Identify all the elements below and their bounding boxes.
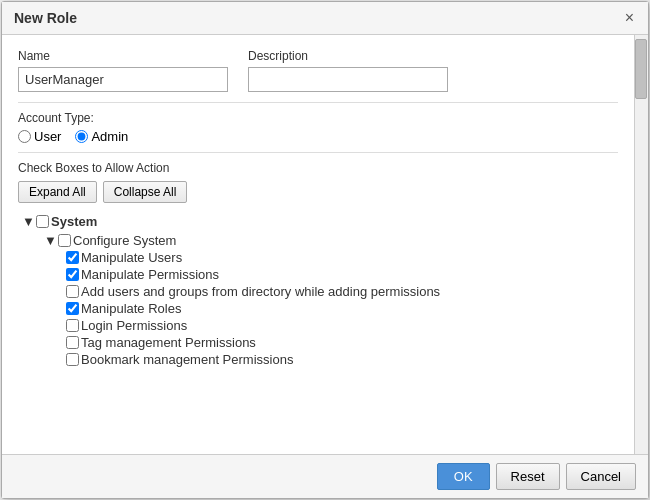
radio-admin-label[interactable]: Admin [75, 129, 128, 144]
checkbox-bookmark-management[interactable] [66, 353, 79, 366]
tree-row-bookmark-management: Bookmark management Permissions [66, 351, 618, 368]
toggle-configure-system[interactable]: ▼ [44, 233, 56, 248]
radio-user-label[interactable]: User [18, 129, 61, 144]
tree-label-login-permissions: Login Permissions [81, 318, 187, 333]
checkbox-configure-system[interactable] [58, 234, 71, 247]
close-button[interactable]: × [623, 10, 636, 26]
form-row-name-desc: Name Description [18, 49, 618, 92]
form-group-description: Description [248, 49, 448, 92]
dialog-title: New Role [14, 10, 77, 26]
tree-label-bookmark-management: Bookmark management Permissions [81, 352, 293, 367]
tree-row-system: ▼ System [22, 213, 618, 230]
tree-row-manipulate-permissions: Manipulate Permissions [66, 266, 618, 283]
divider-1 [18, 102, 618, 103]
description-label: Description [248, 49, 448, 63]
tree-item-system: ▼ System ▼ Configure System [22, 213, 618, 368]
scrollbar-track[interactable] [634, 35, 648, 454]
tree-label-tag-management: Tag management Permissions [81, 335, 256, 350]
tree-label-add-users-groups: Add users and groups from directory whil… [81, 284, 440, 299]
account-type-row: Account Type: User Admin [18, 111, 618, 144]
dialog-titlebar: New Role × [2, 2, 648, 35]
account-type-label: Account Type: [18, 111, 618, 125]
checkbox-add-users-groups[interactable] [66, 285, 79, 298]
check-boxes-section: Check Boxes to Allow Action Expand All C… [18, 161, 618, 368]
tree-label-system: System [51, 214, 97, 229]
tree-label-manipulate-users: Manipulate Users [81, 250, 182, 265]
checkbox-system[interactable] [36, 215, 49, 228]
toggle-system[interactable]: ▼ [22, 214, 34, 229]
expand-all-button[interactable]: Expand All [18, 181, 97, 203]
tree-item-configure-system: ▼ Configure System Manipulate Users [44, 232, 618, 368]
tree-label-manipulate-roles: Manipulate Roles [81, 301, 181, 316]
checkbox-manipulate-roles[interactable] [66, 302, 79, 315]
radio-user[interactable] [18, 130, 31, 143]
tree-row-login-permissions: Login Permissions [66, 317, 618, 334]
radio-admin-text: Admin [91, 129, 128, 144]
checkbox-manipulate-users[interactable] [66, 251, 79, 264]
tree-container: ▼ System ▼ Configure System [18, 213, 618, 368]
ok-button[interactable]: OK [437, 463, 490, 490]
tree-row-manipulate-roles: Manipulate Roles [66, 300, 618, 317]
description-input[interactable] [248, 67, 448, 92]
divider-2 [18, 152, 618, 153]
checkbox-login-permissions[interactable] [66, 319, 79, 332]
dialog-footer: OK Reset Cancel [2, 454, 648, 498]
tree-row-add-users-groups: Add users and groups from directory whil… [66, 283, 618, 300]
name-label: Name [18, 49, 228, 63]
dialog-body: Name Description Account Type: User [2, 35, 648, 454]
checkbox-manipulate-permissions[interactable] [66, 268, 79, 281]
scrollbar-thumb[interactable] [635, 39, 647, 99]
reset-button[interactable]: Reset [496, 463, 560, 490]
cancel-button[interactable]: Cancel [566, 463, 636, 490]
dialog-content: Name Description Account Type: User [2, 35, 634, 454]
tree-children-configure-system: Manipulate Users Manipulate Permissions [66, 249, 618, 368]
tree-label-configure-system: Configure System [73, 233, 176, 248]
tree-children-system: ▼ Configure System Manipulate Users [44, 232, 618, 368]
checkbox-tag-management[interactable] [66, 336, 79, 349]
expand-collapse-buttons: Expand All Collapse All [18, 181, 618, 203]
radio-admin[interactable] [75, 130, 88, 143]
tree-label-manipulate-permissions: Manipulate Permissions [81, 267, 219, 282]
collapse-all-button[interactable]: Collapse All [103, 181, 188, 203]
tree-row-tag-management: Tag management Permissions [66, 334, 618, 351]
tree-row-manipulate-users: Manipulate Users [66, 249, 618, 266]
form-group-name: Name [18, 49, 228, 92]
name-input[interactable] [18, 67, 228, 92]
radio-group-account-type: User Admin [18, 129, 618, 144]
tree-row-configure-system: ▼ Configure System [44, 232, 618, 249]
new-role-dialog: New Role × Name Description Account Type… [1, 1, 649, 499]
check-boxes-title: Check Boxes to Allow Action [18, 161, 618, 175]
radio-user-text: User [34, 129, 61, 144]
